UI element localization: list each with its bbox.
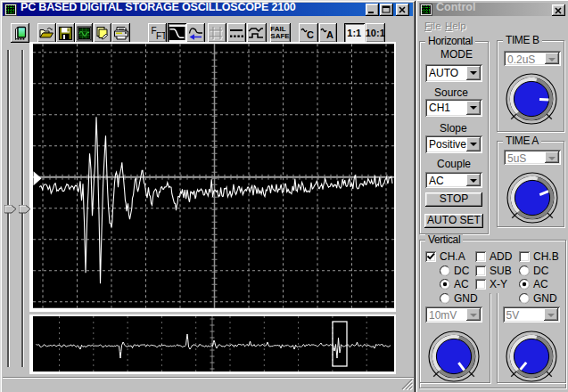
svg-text:FT: FT [156, 30, 165, 40]
svg-text:A: A [326, 29, 333, 40]
svg-text:C: C [307, 29, 314, 40]
